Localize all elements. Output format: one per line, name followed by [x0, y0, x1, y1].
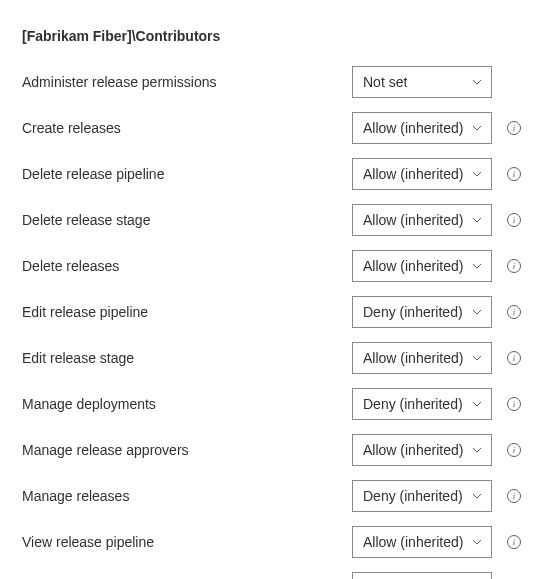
- info-icon[interactable]: i: [507, 535, 521, 549]
- permission-dropdown[interactable]: Allow (inherited): [352, 342, 492, 374]
- dropdown-value: Allow (inherited): [363, 120, 463, 136]
- chevron-down-icon: [471, 122, 483, 134]
- permission-label: Delete releases: [22, 258, 352, 274]
- permission-dropdown[interactable]: Allow (inherited): [352, 526, 492, 558]
- permission-row: Manage releasesDeny (inherited)i: [22, 480, 526, 512]
- info-cell: i: [500, 213, 528, 227]
- info-cell: i: [500, 305, 528, 319]
- permission-dropdown[interactable]: Deny (inherited): [352, 480, 492, 512]
- permission-dropdown[interactable]: Allow (inherited): [352, 434, 492, 466]
- permission-row: Manage release approversAllow (inherited…: [22, 434, 526, 466]
- dropdown-value: Deny (inherited): [363, 304, 463, 320]
- permission-dropdown[interactable]: Allow (inherited): [352, 158, 492, 190]
- chevron-down-icon: [471, 76, 483, 88]
- permission-label: Manage deployments: [22, 396, 352, 412]
- info-cell: i: [500, 121, 528, 135]
- permission-label: Delete release stage: [22, 212, 352, 228]
- chevron-down-icon: [471, 398, 483, 410]
- info-icon[interactable]: i: [507, 167, 521, 181]
- dropdown-value: Deny (inherited): [363, 488, 463, 504]
- dropdown-value: Allow (inherited): [363, 350, 463, 366]
- dropdown-value: Allow (inherited): [363, 534, 463, 550]
- permission-label: Edit release stage: [22, 350, 352, 366]
- info-icon[interactable]: i: [507, 397, 521, 411]
- info-cell: i: [500, 397, 528, 411]
- chevron-down-icon: [471, 536, 483, 548]
- info-icon[interactable]: i: [507, 121, 521, 135]
- permission-label: Delete release pipeline: [22, 166, 352, 182]
- dropdown-value: Not set: [363, 74, 407, 90]
- permission-label: Edit release pipeline: [22, 304, 352, 320]
- dropdown-value: Allow (inherited): [363, 212, 463, 228]
- dropdown-value: Allow (inherited): [363, 258, 463, 274]
- info-cell: i: [500, 489, 528, 503]
- permission-dropdown[interactable]: Deny (inherited): [352, 296, 492, 328]
- permission-dropdown[interactable]: Allow (inherited): [352, 112, 492, 144]
- chevron-down-icon: [471, 260, 483, 272]
- info-icon[interactable]: i: [507, 259, 521, 273]
- chevron-down-icon: [471, 352, 483, 364]
- permission-row: Delete releasesAllow (inherited)i: [22, 250, 526, 282]
- permission-row: Edit release stageAllow (inherited)i: [22, 342, 526, 374]
- permission-row: Delete release stageAllow (inherited)i: [22, 204, 526, 236]
- permission-dropdown[interactable]: Allow (inherited): [352, 572, 492, 579]
- info-cell: i: [500, 443, 528, 457]
- dropdown-value: Allow (inherited): [363, 166, 463, 182]
- permission-label: View release pipeline: [22, 534, 352, 550]
- permission-label: Manage release approvers: [22, 442, 352, 458]
- info-icon[interactable]: i: [507, 489, 521, 503]
- info-icon[interactable]: i: [507, 213, 521, 227]
- permission-row: View release pipelineAllow (inherited)i: [22, 526, 526, 558]
- permission-row: Administer release permissionsNot set: [22, 66, 526, 98]
- permission-row: Edit release pipelineDeny (inherited)i: [22, 296, 526, 328]
- permission-row: Create releasesAllow (inherited)i: [22, 112, 526, 144]
- info-cell: i: [500, 167, 528, 181]
- permission-label: Administer release permissions: [22, 74, 352, 90]
- permission-row: Delete release pipelineAllow (inherited)…: [22, 158, 526, 190]
- permission-row: View releasesAllow (inherited)i: [22, 572, 526, 579]
- chevron-down-icon: [471, 306, 483, 318]
- info-cell: i: [500, 535, 528, 549]
- permissions-list: Administer release permissionsNot setCre…: [22, 66, 526, 579]
- dropdown-value: Allow (inherited): [363, 442, 463, 458]
- page-title: [Fabrikam Fiber]\Contributors: [22, 28, 526, 44]
- permission-dropdown[interactable]: Deny (inherited): [352, 388, 492, 420]
- dropdown-value: Deny (inherited): [363, 396, 463, 412]
- info-cell: i: [500, 351, 528, 365]
- info-icon[interactable]: i: [507, 305, 521, 319]
- info-icon[interactable]: i: [507, 351, 521, 365]
- info-icon[interactable]: i: [507, 443, 521, 457]
- chevron-down-icon: [471, 490, 483, 502]
- permission-dropdown[interactable]: Allow (inherited): [352, 204, 492, 236]
- chevron-down-icon: [471, 444, 483, 456]
- permission-dropdown[interactable]: Allow (inherited): [352, 250, 492, 282]
- permission-label: Manage releases: [22, 488, 352, 504]
- permission-dropdown[interactable]: Not set: [352, 66, 492, 98]
- permission-row: Manage deploymentsDeny (inherited)i: [22, 388, 526, 420]
- permission-label: Create releases: [22, 120, 352, 136]
- chevron-down-icon: [471, 214, 483, 226]
- info-cell: i: [500, 259, 528, 273]
- chevron-down-icon: [471, 168, 483, 180]
